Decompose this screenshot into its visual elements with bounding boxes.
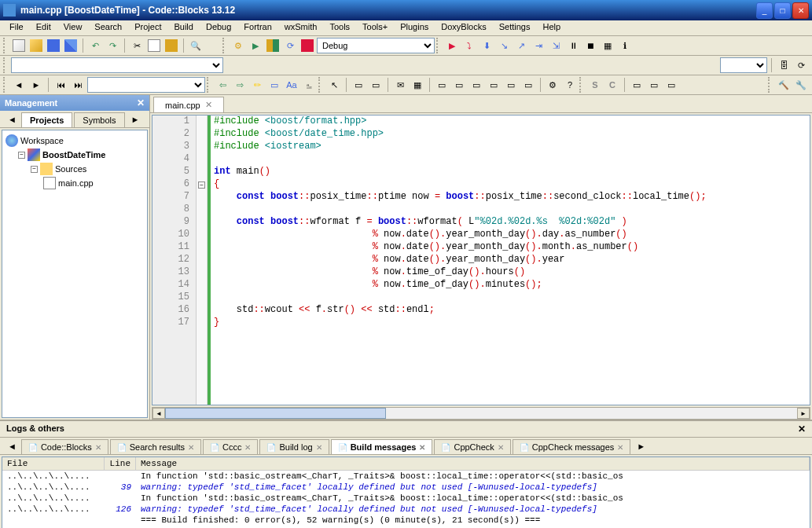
tab-symbols[interactable]: Symbols [74,112,124,127]
scope-combo[interactable] [11,57,223,73]
tab-close-icon[interactable]: ✕ [617,443,623,452]
nav-back-button[interactable]: ◄ [11,77,27,93]
step-into-instr-button[interactable]: ⇲ [548,38,564,53]
build-target-combo[interactable]: Debug [317,38,435,53]
nav-last-button[interactable]: ⏮ [53,77,68,93]
logs-tab-cppcheck-messages[interactable]: 📄CppCheck messages✕ [513,439,631,454]
collapse-icon[interactable]: − [31,166,38,173]
editor-tab-close-icon[interactable]: ✕ [205,100,212,110]
logs-tab-cppcheck[interactable]: 📄CppCheck✕ [434,439,510,454]
db-icon[interactable]: 🗄 [776,57,792,73]
close-button[interactable]: ✕ [792,2,809,19]
step-into-button[interactable]: ↘ [496,38,512,53]
misc3-icon[interactable]: ▭ [663,77,679,93]
step-out-button[interactable]: ↗ [513,38,529,53]
next-instr-button[interactable]: ⇥ [531,38,546,53]
logs-tab-cccc[interactable]: 📄Cccc✕ [203,439,258,454]
gear-icon[interactable]: ⚙ [545,77,560,93]
logs-close-icon[interactable]: ✕ [798,424,806,434]
next-line-button[interactable]: ⬇ [479,38,494,53]
info-button[interactable]: ℹ [617,38,633,53]
copy-button[interactable] [146,38,162,53]
misc2-icon[interactable]: ▭ [646,77,662,93]
code-line[interactable] [214,153,810,166]
redo-button[interactable]: ↷ [105,38,120,53]
help-icon[interactable]: ? [562,77,578,93]
code-line[interactable] [214,292,810,304]
menu-tools+[interactable]: Tools+ [356,20,394,35]
code-content[interactable]: #include <boost/format.hpp>#include <boo… [211,116,810,405]
letter-c-icon[interactable]: C [604,77,620,93]
doxy5-icon[interactable]: ▭ [503,77,519,93]
nav-next-button[interactable]: ⏭ [70,77,86,93]
doxy6-icon[interactable]: ▭ [520,77,536,93]
code-line[interactable]: int main() [214,166,810,178]
replace-button[interactable] [205,38,221,53]
save-button[interactable] [46,38,61,53]
build-button[interactable]: ⚙ [230,38,246,53]
debug-run-button[interactable]: ▶ [444,38,460,53]
tab-close-icon[interactable]: ✕ [419,443,425,452]
tab-prev-icon[interactable]: ◄ [3,439,21,454]
tab-close-icon[interactable]: ✕ [188,443,194,452]
logs-tab-build-log[interactable]: 📄Build log✕ [259,439,329,454]
tool-b-icon[interactable]: 🔧 [793,77,809,93]
code-line[interactable]: { [214,178,810,191]
table-row[interactable]: ..\..\..\..\....126warning: typedef 'std… [2,504,810,515]
misc1-icon[interactable]: ▭ [629,77,645,93]
tree-sources[interactable]: − Sources [6,162,144,176]
undo-button[interactable]: ↶ [87,38,103,53]
code-line[interactable]: } [214,317,810,329]
block-icon[interactable]: ▭ [351,77,366,93]
tab-next-icon[interactable]: ► [632,439,650,454]
col-message[interactable]: Message [136,457,810,470]
editor-hscroll[interactable]: ◄ ► [152,407,810,420]
code-line[interactable]: #include <boost/format.hpp> [214,116,810,128]
logs-content[interactable]: File Line Message ..\..\..\..\....In fun… [2,456,810,528]
tree-project[interactable]: − BoostDateTime [6,148,144,162]
menu-doxyblocks[interactable]: DoxyBlocks [435,20,492,35]
scroll-left-icon[interactable]: ◄ [152,408,165,419]
tab-close-icon[interactable]: ✕ [244,443,251,452]
code-line[interactable]: % now.time_of_day().minutes(); [214,279,810,292]
table-row[interactable]: === Build finished: 0 error(s), 52 warni… [2,515,810,526]
debug-windows-button[interactable]: ▦ [600,38,615,53]
menu-project[interactable]: Project [128,20,167,35]
break-button[interactable]: ⏸ [565,38,581,53]
menu-file[interactable]: File [3,20,30,35]
save-all-button[interactable] [63,38,79,53]
nav-fwd-button[interactable]: ► [28,77,44,93]
toolbar-handle[interactable] [3,38,8,53]
minimize-button[interactable]: _ [756,2,773,19]
letter-s-icon[interactable]: S [587,77,603,93]
menu-view[interactable]: View [57,20,89,35]
menu-help[interactable]: Help [536,20,567,35]
table-row[interactable]: ..\..\..\..\....39warning: typedef 'std_… [2,482,810,493]
doxy3-icon[interactable]: ▭ [468,77,484,93]
collapse-icon[interactable]: − [18,152,25,159]
menu-plugins[interactable]: Plugins [394,20,435,35]
toolbar-handle[interactable] [318,77,323,93]
editor-tab-main[interactable]: main.cpp ✕ [153,97,224,112]
toolbar-handle[interactable] [768,77,773,93]
build-run-button[interactable] [265,38,281,53]
mail-icon[interactable]: ✉ [392,77,408,93]
misc-combo[interactable] [720,57,767,73]
rebuild-button[interactable]: ⟳ [282,38,298,53]
abort-button[interactable] [299,38,315,53]
tree-file[interactable]: main.cpp [6,176,144,190]
tab-prev-icon[interactable]: ◄ [3,112,21,127]
logs-tab-build-messages[interactable]: 📄Build messages✕ [331,439,433,454]
tree-workspace[interactable]: Workspace [6,134,144,148]
toolbar-handle[interactable] [3,77,8,93]
code-line[interactable] [214,204,810,216]
code-line[interactable]: % now.date().year_month_day().day.as_num… [214,229,810,241]
next-icon[interactable]: ⇨ [232,77,248,93]
project-tree[interactable]: Workspace − BoostDateTime − Sources main… [2,130,148,418]
refresh-icon[interactable]: ⟳ [793,57,809,73]
menu-debug[interactable]: Debug [200,20,237,35]
tab-close-icon[interactable]: ✕ [316,443,322,452]
menu-settings[interactable]: Settings [493,20,537,35]
new-file-button[interactable] [11,38,27,53]
logs-tab-code-blocks[interactable]: 📄Code::Blocks✕ [21,439,108,454]
